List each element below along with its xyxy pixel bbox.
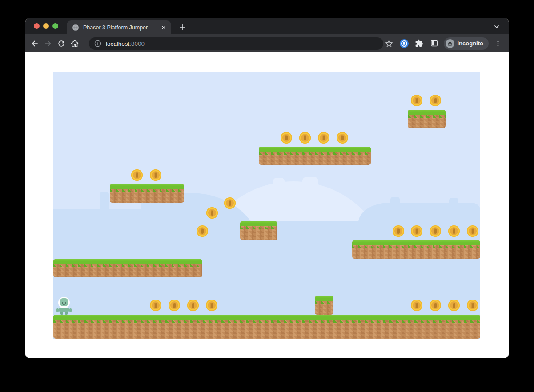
ground-platform (53, 315, 480, 339)
side-panel-icon[interactable] (428, 37, 441, 50)
reload-button[interactable] (55, 37, 68, 50)
browser-window: Phaser 3 Platform Jumper (25, 18, 509, 358)
platform-grass-edge (53, 320, 480, 323)
coin (187, 300, 199, 311)
coin (411, 95, 422, 106)
coin (197, 225, 208, 237)
platform-grass-edge (110, 189, 184, 192)
platform-grass (408, 110, 446, 115)
platform (240, 221, 277, 240)
browser-toolbar: localhost:8000 (25, 34, 509, 52)
tab-title: Phaser 3 Platform Jumper (83, 24, 160, 31)
player-leg (65, 312, 68, 315)
platform-grass (240, 221, 277, 226)
coin (393, 225, 404, 237)
platform (259, 147, 371, 165)
coin (467, 300, 478, 311)
tab-favicon-icon (72, 24, 79, 31)
tab-search-chevron-icon[interactable] (492, 22, 502, 32)
platform (352, 240, 480, 259)
background-hill-near (100, 192, 109, 227)
tab-phaser-game[interactable]: Phaser 3 Platform Jumper (67, 20, 171, 34)
tab-strip: Phaser 3 Platform Jumper (25, 18, 509, 34)
coin (224, 197, 236, 209)
password-manager-icon[interactable] (397, 37, 411, 50)
coin (430, 300, 441, 311)
window-zoom-button[interactable] (52, 23, 58, 29)
player-mouth (63, 304, 65, 305)
coin (430, 95, 441, 106)
url-host: localhost (106, 40, 129, 47)
platform-grass (259, 147, 371, 152)
home-button[interactable] (68, 37, 81, 50)
browser-menu-kebab-icon[interactable] (491, 37, 505, 50)
coin (411, 225, 422, 237)
extensions-puzzle-icon[interactable] (413, 37, 426, 50)
page-content (25, 52, 509, 358)
platform-grass (53, 259, 202, 264)
forward-button[interactable] (41, 37, 55, 50)
platform-grass (110, 184, 184, 189)
player-arm (56, 308, 59, 312)
incognito-spy-icon (446, 39, 454, 48)
coin (150, 300, 161, 311)
player-arm (69, 308, 72, 312)
player-eye (65, 302, 66, 304)
coin (169, 300, 180, 311)
platform-grass-edge (259, 152, 371, 155)
coin (206, 207, 218, 219)
game-canvas[interactable] (53, 72, 480, 339)
bookmark-star-icon[interactable] (382, 37, 396, 50)
coin (411, 300, 422, 311)
player-leg (60, 312, 63, 315)
coin (467, 225, 478, 237)
coin (318, 132, 329, 144)
back-button[interactable] (28, 37, 41, 50)
platform (53, 259, 202, 277)
window-close-button[interactable] (34, 23, 40, 29)
coin (448, 300, 460, 311)
coin (281, 132, 292, 144)
url-bar[interactable]: localhost:8000 (89, 37, 383, 50)
incognito-badge[interactable]: Incognito (444, 37, 489, 50)
player-eye (62, 302, 63, 304)
coin (150, 169, 161, 181)
url-text: localhost:8000 (106, 40, 145, 47)
platform (408, 110, 446, 128)
platform-grass-edge (315, 301, 333, 304)
coin (337, 132, 348, 144)
platform-grass-edge (53, 264, 202, 267)
coin (131, 169, 143, 181)
site-info-icon[interactable] (94, 40, 101, 47)
new-tab-button[interactable] (177, 21, 189, 33)
platform-grass (315, 296, 333, 301)
url-port: :8000 (129, 40, 145, 47)
player-character (56, 297, 72, 315)
platform (315, 296, 333, 315)
platform-grass-edge (352, 245, 480, 248)
incognito-label: Incognito (458, 40, 484, 47)
coin (299, 132, 311, 144)
platform-grass-edge (408, 115, 446, 118)
platform (110, 184, 184, 203)
coin (448, 225, 460, 237)
platform-grass-edge (240, 226, 277, 229)
platform-grass (352, 240, 480, 245)
tab-close-icon[interactable] (160, 24, 168, 32)
toolbar-right-icons: Incognito (382, 34, 505, 52)
platform-grass (53, 315, 480, 320)
window-minimize-button[interactable] (43, 23, 49, 29)
coin (206, 300, 217, 311)
coin (430, 225, 441, 237)
